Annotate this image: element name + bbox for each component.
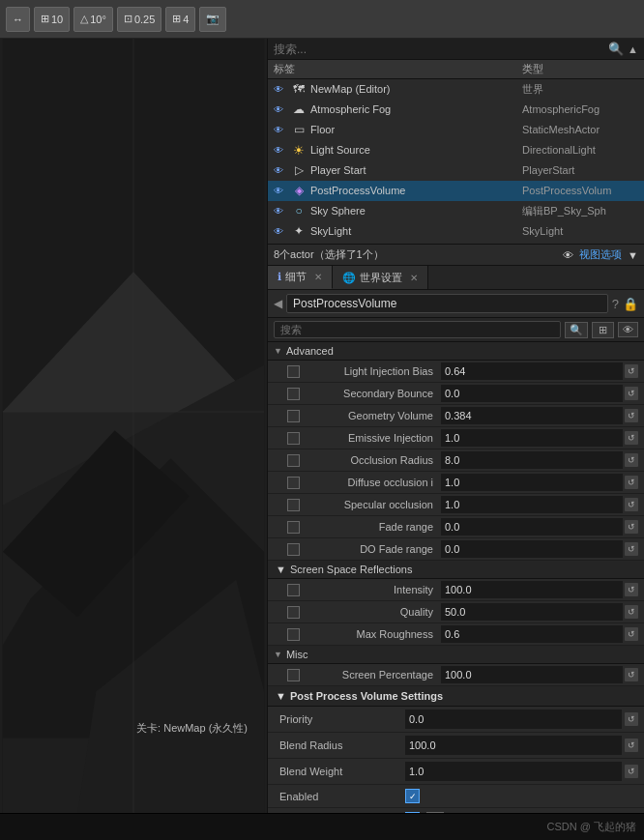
- actor-item-ppvolume[interactable]: 👁 ◈ PostProcessVolume PostProcessVolum: [268, 181, 644, 201]
- toolbar-btn-translate[interactable]: ↔: [6, 7, 30, 32]
- toolbar-btn-snap[interactable]: ⊞ 10: [34, 7, 70, 32]
- prop-reset-screen-pct[interactable]: ↺: [625, 668, 638, 681]
- prop-reset-light-injection[interactable]: ↺: [625, 364, 638, 378]
- prop-reset-fade[interactable]: ↺: [625, 520, 638, 534]
- prop-reset-specular[interactable]: ↺: [625, 498, 638, 511]
- prop-checkbox-geovol[interactable]: [287, 410, 300, 422]
- prop-do-fade-range: DO Fade range ↺: [268, 538, 644, 561]
- ppvs-reset-priority[interactable]: ↺: [625, 712, 638, 726]
- eye-icon: 👁: [563, 249, 573, 261]
- actor-name-input[interactable]: [286, 294, 608, 313]
- ppvs-input-blend-radius[interactable]: [405, 736, 622, 755]
- prop-input-do-fade[interactable]: [441, 540, 623, 558]
- prop-label-diffuse: Diffuse occlusion i: [306, 477, 441, 488]
- prop-input-quality[interactable]: [441, 603, 623, 621]
- lock-button[interactable]: 🔒: [623, 297, 638, 311]
- prop-reset-secondary[interactable]: ↺: [625, 387, 638, 400]
- prop-checkbox-light-injection[interactable]: [287, 365, 300, 378]
- prop-input-fade[interactable]: [441, 518, 623, 536]
- prop-input-specular[interactable]: [441, 496, 623, 513]
- viewport-toolbar: [0, 39, 267, 46]
- ppvs-input-blend-weight[interactable]: [405, 762, 622, 781]
- prop-checkbox-diffuse[interactable]: [287, 477, 300, 489]
- actor-item-floor[interactable]: 👁 ▭ Floor StaticMeshActor: [268, 120, 644, 140]
- section-misc[interactable]: ▼ Misc: [268, 646, 644, 664]
- actor-item-skylight[interactable]: 👁 ✦ SkyLight SkyLight: [268, 221, 644, 242]
- viewport-panel[interactable]: 关卡: NewMap (永久性): [0, 39, 267, 813]
- prop-reset-quality[interactable]: ↺: [625, 605, 638, 619]
- prop-reset-diffuse[interactable]: ↺: [625, 476, 638, 489]
- prop-checkbox-intensity[interactable]: [287, 584, 300, 596]
- details-search-bar: 🔍 ⊞ 👁: [268, 318, 644, 342]
- tab-close-details[interactable]: ✕: [314, 272, 322, 282]
- ppvs-reset-blend-weight[interactable]: ↺: [625, 765, 638, 778]
- toolbar-btn-num[interactable]: ⊞ 4: [165, 7, 195, 32]
- prop-input-geovol[interactable]: [441, 407, 623, 424]
- actor-item-player-start[interactable]: 👁 ▷ Player Start PlayerStart: [268, 160, 644, 181]
- ppvs-input-priority[interactable]: [405, 710, 622, 729]
- section-advanced[interactable]: ▼ Advanced: [268, 342, 644, 361]
- prop-label-fade: Fade range: [306, 521, 441, 533]
- prop-reset-occlusion[interactable]: ↺: [625, 453, 638, 467]
- world-icon: 🌐: [342, 272, 356, 284]
- actor-item-newmap[interactable]: 👁 🗺 NewMap (Editor) 世界: [268, 79, 644, 100]
- prop-input-emissive[interactable]: [441, 429, 623, 447]
- actor-type-floor: StaticMeshActor: [522, 124, 638, 135]
- scale-value: 0.25: [134, 14, 155, 25]
- prop-input-intensity[interactable]: [441, 581, 623, 598]
- prop-checkbox-secondary[interactable]: [287, 388, 300, 400]
- section-advanced-label: Advanced: [286, 345, 334, 357]
- prop-input-diffuse[interactable]: [441, 474, 623, 491]
- actor-type-sky: 编辑BP_Sky_Sph: [522, 204, 638, 218]
- details-search-input[interactable]: [274, 321, 561, 338]
- prop-checkbox-specular[interactable]: [287, 499, 300, 511]
- prop-checkbox-occlusion[interactable]: [287, 454, 300, 467]
- sort-button[interactable]: ▲: [628, 43, 638, 55]
- actor-count: 8个actor（选择了1个）: [274, 247, 384, 262]
- prop-input-roughness[interactable]: [441, 625, 623, 643]
- tab-world-settings[interactable]: 🌐 世界设置 ✕: [333, 266, 428, 289]
- prop-checkbox-fade[interactable]: [287, 521, 300, 534]
- prop-value-occlusion: ↺: [441, 451, 638, 469]
- prop-light-injection: Light Injection Bias ↺: [268, 361, 644, 383]
- tab-close-world[interactable]: ✕: [410, 273, 418, 283]
- search-submit-btn[interactable]: 🔍: [565, 322, 588, 338]
- prop-label-do-fade: DO Fade range: [306, 543, 441, 555]
- grid-view-btn[interactable]: ⊞: [592, 322, 614, 338]
- prop-input-screen-pct[interactable]: [441, 666, 623, 683]
- actor-item-atmospheric-fog[interactable]: 👁 ☁ Atmospheric Fog AtmosphericFog: [268, 100, 644, 120]
- help-button[interactable]: ?: [612, 297, 619, 311]
- section-ppvs[interactable]: ▼ Post Process Volume Settings: [268, 686, 644, 707]
- tab-world-label: 世界设置: [360, 271, 402, 285]
- prop-checkbox-screen-pct[interactable]: [287, 669, 300, 681]
- actor-item-sky-sphere[interactable]: 👁 ○ Sky Sphere 编辑BP_Sky_Sph: [268, 201, 644, 221]
- toolbar-btn-scale[interactable]: ⊡ 0.25: [117, 7, 161, 32]
- toolbar-btn-camera[interactable]: 📷: [199, 7, 226, 32]
- ppvs-value-enabled: ✓: [405, 789, 638, 803]
- angle-icon: △: [80, 13, 88, 25]
- toolbar-btn-angle[interactable]: △ 10°: [73, 7, 113, 32]
- prop-checkbox-emissive[interactable]: [287, 432, 300, 445]
- prop-reset-geovol[interactable]: ↺: [625, 409, 638, 422]
- section-ssr[interactable]: ▼ Screen Space Reflections: [268, 561, 644, 579]
- prop-checkbox-quality[interactable]: [287, 606, 300, 619]
- outliner-search-input[interactable]: [274, 43, 604, 56]
- prop-label-roughness: Max Roughness: [306, 628, 441, 640]
- prop-reset-intensity[interactable]: ↺: [625, 583, 638, 596]
- view-options-link[interactable]: 视图选项: [579, 247, 622, 262]
- prop-checkbox-do-fade[interactable]: [287, 543, 300, 556]
- prop-reset-do-fade[interactable]: ↺: [625, 542, 638, 556]
- prop-input-occlusion[interactable]: [441, 451, 623, 469]
- prop-input-light-injection[interactable]: [441, 362, 623, 380]
- prop-reset-emissive[interactable]: ↺: [625, 431, 638, 445]
- prop-checkbox-roughness[interactable]: [287, 628, 300, 641]
- ppvs-reset-blend-radius[interactable]: ↺: [625, 739, 638, 752]
- actor-name-sky: Sky Sphere: [310, 205, 518, 217]
- ppvs-checkbox-enabled[interactable]: ✓: [405, 789, 420, 803]
- collapse-ssr-icon: ▼: [276, 564, 286, 575]
- prop-reset-roughness[interactable]: ↺: [625, 627, 638, 641]
- tab-details[interactable]: ℹ 细节 ✕: [268, 266, 333, 289]
- actor-item-light-source[interactable]: 👁 ☀ Light Source DirectionalLight: [268, 140, 644, 160]
- eye-filter-btn[interactable]: 👁: [618, 322, 638, 337]
- prop-input-secondary[interactable]: [441, 385, 623, 402]
